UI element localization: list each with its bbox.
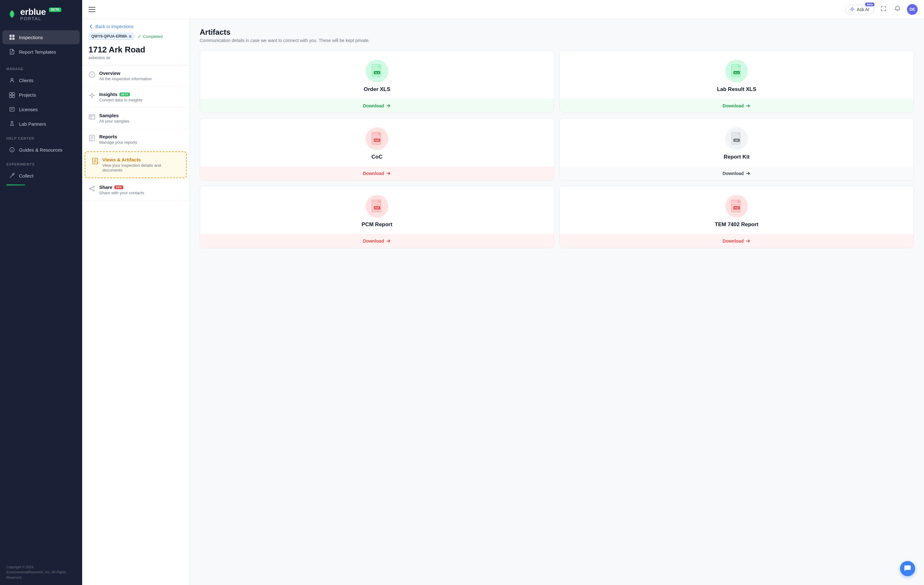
download-button-order-xls[interactable]: Download: [200, 99, 554, 113]
artifact-name-pcm-report: PCM Report: [361, 221, 392, 228]
download-button-pcm-report[interactable]: Download: [200, 234, 554, 248]
sidebar-item-collect[interactable]: Collect: [3, 169, 80, 183]
avatar-initials: DE: [909, 7, 915, 12]
artifact-card-order-xls: XLS Order XLS Download: [200, 51, 554, 113]
artifact-icon-coc: PDF: [366, 127, 388, 150]
svg-text:ZIP: ZIP: [735, 139, 739, 142]
expand-icon: [880, 5, 887, 12]
svg-rect-2: [12, 35, 15, 37]
download-button-report-kit[interactable]: Download: [559, 166, 914, 180]
artifact-icon-tem-7402: PDF: [725, 195, 748, 218]
nav-item-reports[interactable]: Reports Manage your reports: [82, 129, 189, 150]
insights-beta-tag: BETA: [119, 92, 130, 96]
nav-item-insights[interactable]: Insights BETA Convert data to insights: [82, 87, 189, 108]
views-desc: View your inspection details and documen…: [102, 163, 180, 173]
manage-label: MANAGE: [0, 62, 82, 73]
guides-label: Guides & Resources: [19, 147, 63, 153]
info-circle-icon: [89, 71, 96, 78]
samples-desc: All your samples: [99, 119, 183, 124]
sidebar-item-projects[interactable]: Projects: [3, 88, 80, 102]
logo-icon: [6, 8, 18, 20]
svg-rect-3: [10, 38, 12, 40]
svg-text:PDF: PDF: [375, 207, 380, 209]
nav-item-samples[interactable]: Samples All your samples: [82, 108, 189, 129]
svg-point-17: [93, 186, 94, 187]
arrow-right-icon: [386, 171, 391, 176]
clients-icon: [9, 77, 15, 83]
copy-icon[interactable]: ⧉: [129, 35, 132, 38]
manage-nav: Clients Projects Licenses Lab Partners: [0, 73, 82, 132]
experiments-bar: [6, 185, 25, 185]
svg-text:PDF: PDF: [734, 207, 739, 209]
artifact-icon-lab-result-xls: XLS: [725, 60, 748, 82]
document-icon: [9, 49, 15, 55]
help-nav: Guides & Resources: [0, 142, 82, 157]
views-icon: [92, 158, 99, 165]
back-link[interactable]: Back to inspections: [82, 19, 189, 33]
artifact-name-tem-7402: TEM 7402 Report: [715, 221, 758, 228]
download-button-lab-result-xls[interactable]: Download: [559, 99, 914, 113]
logo-portal: Portal: [20, 16, 61, 21]
inspection-id-badge: QWY6-QPUA-ERWA ⧉: [89, 33, 134, 40]
ask-ai-beta-badge: beta: [865, 3, 874, 6]
overview-desc: All the inspection information: [99, 76, 183, 81]
artifact-name-coc: CoC: [371, 154, 383, 160]
artifact-card-report-kit: ZIP Report Kit Download: [559, 118, 914, 181]
artifact-card-lab-result-xls: XLS Lab Result XLS Download: [559, 51, 914, 113]
sidebar-item-report-templates[interactable]: Report Templates: [3, 45, 80, 59]
reports-icon: [89, 135, 96, 142]
arrow-right-icon: [746, 103, 751, 108]
sidebar-item-licenses[interactable]: Licenses: [3, 102, 80, 116]
avatar-button[interactable]: DE: [907, 4, 918, 15]
experiments-label: EXPERIMENTS: [0, 157, 82, 168]
artifact-body-coc: PDF CoC: [200, 119, 554, 166]
chat-icon: [904, 565, 911, 572]
logo-name: erblue: [20, 8, 46, 16]
hamburger-button[interactable]: [89, 7, 96, 12]
arrow-right-icon: [386, 239, 391, 244]
sidebar-footer: Copyright © 2024, EnvironmentalReports®,…: [0, 559, 82, 585]
download-button-coc[interactable]: Download: [200, 166, 554, 180]
download-button-tem-7402[interactable]: Download: [559, 234, 914, 248]
insights-desc: Convert data to insights: [99, 97, 183, 102]
overview-title: Overview: [99, 71, 183, 76]
expand-button[interactable]: [879, 4, 888, 15]
samples-title: Samples: [99, 113, 183, 118]
logo: erblue BETA Portal: [0, 0, 82, 27]
nav-item-share[interactable]: Share OFF Share with your contacts: [82, 180, 189, 201]
sidebar-item-inspections[interactable]: Inspections: [3, 30, 80, 44]
chat-bubble-button[interactable]: [900, 561, 915, 576]
arrow-right-icon: [746, 171, 751, 176]
share-off-tag: OFF: [114, 185, 123, 189]
artifacts-header: Artifacts Communication details in case …: [200, 28, 914, 43]
bell-icon: [894, 5, 901, 12]
svg-rect-9: [12, 96, 15, 97]
sparkle-nav-icon: [89, 92, 96, 99]
svg-rect-14: [89, 115, 95, 119]
artifacts-grid: XLS Order XLS Download XLS Lab Result X: [200, 51, 914, 248]
svg-point-5: [11, 78, 13, 80]
artifact-body-order-xls: XLS Order XLS: [200, 51, 554, 99]
artifacts-title: Artifacts: [200, 28, 914, 37]
sidebar-item-clients[interactable]: Clients: [3, 73, 80, 87]
check-circle-icon: ✓: [137, 33, 142, 40]
info-icon: [9, 147, 15, 153]
artifact-card-coc: PDF CoC Download: [200, 118, 554, 181]
sidebar: erblue BETA Portal Inspections Report Te…: [0, 0, 82, 585]
sidebar-item-lab-partners[interactable]: Lab Partners: [3, 117, 80, 131]
nav-item-views-artifacts[interactable]: Views & Artifacts View your inspection d…: [85, 151, 187, 178]
notifications-button[interactable]: [893, 4, 902, 15]
sidebar-item-guides[interactable]: Guides & Resources: [3, 143, 80, 157]
nav-item-overview[interactable]: Overview All the inspection information: [82, 65, 189, 87]
svg-rect-6: [10, 92, 12, 95]
artifact-body-lab-result-xls: XLS Lab Result XLS: [559, 51, 914, 99]
projects-label: Projects: [19, 92, 36, 97]
lab-partners-label: Lab Partners: [19, 121, 46, 127]
svg-point-19: [93, 190, 94, 191]
grid-icon: [9, 34, 15, 40]
svg-rect-8: [10, 96, 12, 97]
sidebar-label-report-templates: Report Templates: [19, 49, 56, 54]
ask-ai-button[interactable]: Ask AI beta: [845, 5, 874, 14]
svg-text:XLS: XLS: [734, 72, 739, 74]
inspection-title: 1712 Ark Road: [82, 44, 189, 55]
